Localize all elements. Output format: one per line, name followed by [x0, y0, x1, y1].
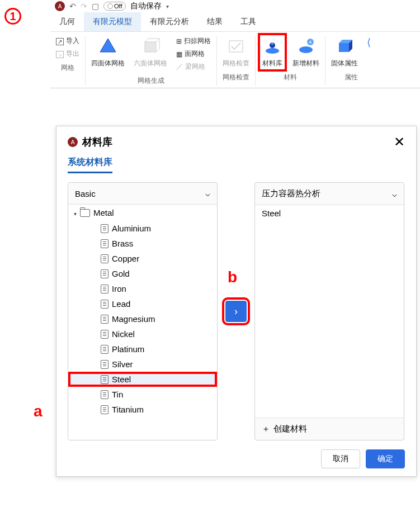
material-library-button[interactable]: 材料库 [259, 34, 286, 70]
annotation-step-1: 1 [4, 8, 21, 25]
quick-access-toolbar: A ↶ ↷ ▢ Off 自动保存 ▾ [50, 0, 420, 12]
svg-rect-14 [339, 43, 349, 52]
ribbon-group-mesh: 导入 导出 网格 [50, 36, 86, 86]
hexa-mesh-icon [140, 36, 161, 56]
export-button[interactable]: 导出 [56, 49, 79, 59]
hexa-mesh-button: 六面体网格 [134, 36, 167, 72]
ribbon-group-label: 属性 [345, 73, 358, 82]
toggle-switch[interactable]: Off [103, 2, 126, 11]
svg-point-11 [299, 46, 313, 53]
surface-icon: ▦ [176, 50, 182, 58]
menu-bar: 几何 有限元模型 有限元分析 结果 工具 [50, 12, 420, 32]
mesh-check-icon [226, 36, 246, 56]
svg-rect-1 [145, 42, 156, 52]
import-button[interactable]: 导入 [56, 36, 79, 46]
save-icon[interactable]: ▢ [92, 2, 99, 11]
undo-icon[interactable]: ↶ [69, 2, 76, 11]
ribbon-group-label: 网格检查 [223, 73, 249, 82]
beam-mesh-button: ／梁网格 [176, 62, 211, 72]
autosave-label: 自动保存 [130, 1, 162, 11]
ribbon-group-meshgen: 四面体网格 六面体网格 ⊞扫掠网格 ▦面网格 ／梁网格 网格生成 [86, 36, 217, 86]
solid-property-icon [334, 36, 355, 56]
svg-point-10 [271, 42, 273, 45]
ribbon-group-meshcheck: 网格检查 网格检查 [217, 36, 256, 86]
ribbon-group-material: 材料库 + 新增材料 材料 [256, 36, 325, 86]
mesh-check-button: 网格检查 [223, 36, 249, 68]
svg-marker-0 [100, 39, 116, 52]
ribbon-group-property: 固体属性 ⟨ 属性 [325, 36, 376, 86]
menu-fem-analysis[interactable]: 有限元分析 [141, 12, 198, 31]
svg-point-8 [266, 48, 279, 54]
redo-icon[interactable]: ↷ [81, 2, 87, 11]
ribbon-group-label: 网格生成 [138, 76, 164, 86]
ribbon: 导入 导出 网格 四面体网格 六面体网格 ⊞扫掠网格 ▦面网格 ／梁网格 网格生… [50, 32, 420, 88]
svg-line-6 [156, 49, 159, 52]
sweep-mesh-button[interactable]: ⊞扫掠网格 [176, 36, 211, 46]
menu-fem-model[interactable]: 有限元模型 [84, 12, 141, 31]
sweep-icon: ⊞ [176, 37, 182, 45]
menu-geometry[interactable]: 几何 [50, 12, 84, 31]
surface-mesh-button[interactable]: ▦面网格 [176, 49, 211, 59]
ribbon-group-label: 材料 [284, 73, 297, 82]
import-icon [56, 37, 64, 45]
new-material-icon: + [296, 36, 316, 56]
new-material-button[interactable]: + 新增材料 [292, 36, 319, 68]
menu-results[interactable]: 结果 [198, 12, 232, 31]
svg-rect-7 [229, 41, 243, 52]
ribbon-group-label: 网格 [61, 63, 74, 73]
dropdown-icon[interactable]: ▾ [166, 3, 169, 10]
export-icon [56, 50, 64, 58]
svg-line-2 [145, 39, 148, 42]
material-library-icon [262, 36, 282, 56]
svg-text:+: + [309, 39, 312, 45]
beam-icon: ／ [176, 62, 183, 72]
app-icon: A [55, 1, 65, 11]
solid-property-button[interactable]: 固体属性 [331, 36, 358, 68]
tetra-mesh-button[interactable]: 四面体网格 [91, 36, 125, 72]
more-icon[interactable]: ⟨ [367, 36, 371, 49]
svg-line-3 [156, 39, 159, 42]
tetra-mesh-icon [98, 36, 118, 56]
menu-tools[interactable]: 工具 [232, 12, 265, 31]
